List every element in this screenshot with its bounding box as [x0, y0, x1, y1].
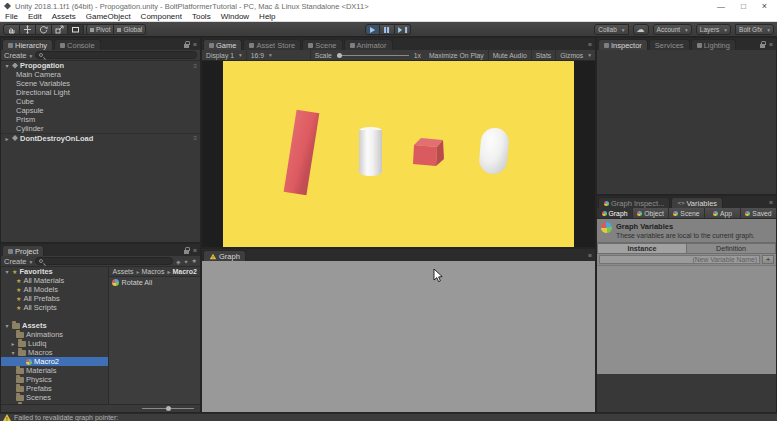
foldout-arrow-icon[interactable] — [10, 340, 16, 347]
rect-tool-button[interactable] — [68, 24, 84, 35]
scope-saved[interactable]: Saved — [741, 208, 776, 218]
scope-scene[interactable]: Scene — [669, 208, 705, 218]
tab-console[interactable]: Console — [54, 39, 101, 50]
scene-row-propogation[interactable]: Propogation — [1, 61, 200, 70]
tab-graph-inspector[interactable]: Graph Inspect... — [598, 197, 670, 208]
scene-row-dontdestroyonload[interactable]: DontDestroyOnLoad — [1, 133, 200, 142]
gizmos-dropdown[interactable]: Gizmos — [556, 50, 595, 60]
menu-window[interactable]: Window — [216, 12, 254, 21]
foldout-arrow-icon[interactable] — [4, 135, 10, 142]
menu-help[interactable]: Help — [254, 12, 280, 21]
hierarchy-create-button[interactable]: Create — [4, 51, 32, 60]
hierarchy-item-directional-light[interactable]: Directional Light — [1, 88, 200, 97]
tab-inspector[interactable]: Inspector — [598, 39, 648, 50]
tab-animator[interactable]: Animator — [344, 39, 393, 50]
tab-asset-store[interactable]: Asset Store — [243, 39, 301, 50]
pivot-toggle-button[interactable]: Pivot — [86, 24, 114, 35]
minimize-button[interactable] — [717, 2, 725, 11]
scope-app[interactable]: App — [705, 208, 741, 218]
search-by-type-icon[interactable]: ◈ — [176, 258, 181, 265]
foldout-arrow-icon[interactable] — [4, 62, 10, 69]
hierarchy-search-input[interactable] — [35, 51, 197, 59]
hand-tool-button[interactable] — [3, 24, 20, 35]
asset-rotate-all[interactable]: Rotate All — [109, 277, 200, 287]
assets-root[interactable]: Assets — [1, 321, 108, 330]
asset-macro2-selected[interactable]: Macro2 — [1, 357, 108, 366]
foldout-arrow-icon[interactable] — [10, 349, 16, 356]
scale-tool-button[interactable] — [52, 24, 68, 35]
lock-icon[interactable] — [184, 250, 189, 254]
layers-dropdown[interactable]: Layers — [696, 24, 731, 35]
add-variable-button[interactable]: + — [762, 255, 774, 264]
move-tool-button[interactable] — [20, 24, 36, 35]
maximize-button[interactable] — [741, 2, 746, 11]
play-button[interactable] — [365, 24, 380, 35]
panel-menu-icon[interactable] — [588, 252, 592, 259]
scene-menu-icon[interactable] — [193, 135, 200, 141]
game-viewport[interactable] — [202, 61, 595, 247]
tab-lighting[interactable]: Lighting — [691, 39, 736, 50]
hierarchy-item-scene-variables[interactable]: Scene Variables — [1, 79, 200, 88]
folder-ludiq[interactable]: Ludiq — [1, 339, 108, 348]
favorite-all-materials[interactable]: All Materials — [1, 276, 108, 285]
tab-services[interactable]: Services — [649, 39, 690, 50]
foldout-arrow-icon[interactable] — [4, 322, 10, 329]
menu-assets[interactable]: Assets — [47, 12, 81, 21]
panel-menu-icon[interactable] — [769, 199, 773, 206]
hierarchy-item-main-camera[interactable]: Main Camera — [1, 70, 200, 79]
tab-hierarchy[interactable]: Hierarchy — [2, 39, 53, 50]
cloud-button[interactable] — [633, 24, 649, 35]
mute-audio-toggle[interactable]: Mute Audio — [489, 50, 532, 60]
breadcrumb-macros[interactable]: Macros — [135, 268, 165, 275]
stats-toggle[interactable]: Stats — [532, 50, 557, 60]
global-toggle-button[interactable]: Global — [114, 24, 146, 35]
folder-animations[interactable]: Animations — [1, 330, 108, 339]
panel-menu-icon[interactable] — [193, 247, 197, 254]
close-button[interactable] — [762, 1, 767, 11]
new-variable-input[interactable] — [599, 255, 760, 264]
foldout-arrow-icon[interactable] — [4, 268, 10, 275]
hierarchy-item-prism[interactable]: Prism — [1, 115, 200, 124]
folder-physics[interactable]: Physics — [1, 375, 108, 384]
menu-tools[interactable]: Tools — [187, 12, 216, 21]
tab-graph[interactable]: Graph — [203, 250, 246, 261]
favorite-all-models[interactable]: All Models — [1, 285, 108, 294]
favorite-all-prefabs[interactable]: All Prefabs — [1, 294, 108, 303]
zoom-slider-knob[interactable] — [166, 406, 171, 411]
tab-game[interactable]: Game — [203, 39, 242, 50]
panel-menu-icon[interactable] — [588, 41, 592, 48]
breadcrumb-macro2[interactable]: Macro2 — [165, 268, 197, 275]
scene-menu-icon[interactable] — [193, 63, 200, 69]
rotate-tool-button[interactable] — [36, 24, 52, 35]
hierarchy-item-cylinder[interactable]: Cylinder — [1, 124, 200, 133]
scale-slider[interactable]: Scale 1x — [311, 50, 425, 60]
scope-graph[interactable]: Graph — [597, 208, 633, 218]
folder-macros[interactable]: Macros — [1, 348, 108, 357]
hierarchy-item-cube[interactable]: Cube — [1, 97, 200, 106]
project-search-input[interactable] — [35, 257, 173, 265]
project-create-button[interactable]: Create — [4, 257, 32, 266]
tab-definition[interactable]: Definition — [687, 243, 776, 254]
panel-menu-icon[interactable] — [769, 41, 773, 48]
step-button[interactable] — [395, 24, 411, 35]
folder-materials[interactable]: Materials — [1, 366, 108, 375]
search-by-label-icon[interactable]: ✦ — [184, 258, 189, 265]
tab-instance[interactable]: Instance — [597, 243, 687, 254]
aspect-ratio-dropdown[interactable]: 16:9 — [247, 50, 311, 60]
scale-slider-knob[interactable] — [337, 53, 342, 58]
collab-dropdown[interactable]: Collab — [594, 24, 628, 35]
lock-icon[interactable] — [184, 44, 189, 48]
hierarchy-item-capsule[interactable]: Capsule — [1, 106, 200, 115]
folder-prefabs[interactable]: Prefabs — [1, 384, 108, 393]
tab-scene[interactable]: Scene — [302, 39, 342, 50]
favorites-root[interactable]: Favorites — [1, 267, 108, 276]
thumbnail-zoom-slider[interactable] — [142, 408, 194, 409]
folder-scenes[interactable]: Scenes — [1, 393, 108, 402]
tab-variables[interactable]: <> Variables — [671, 197, 723, 208]
panel-menu-icon[interactable] — [193, 41, 197, 48]
graph-canvas[interactable] — [202, 261, 595, 412]
breadcrumb-assets[interactable]: Assets — [112, 268, 133, 275]
menu-gameobject[interactable]: GameObject — [81, 12, 136, 21]
tab-project[interactable]: Project — [2, 245, 44, 256]
display-dropdown[interactable]: Display 1 — [202, 50, 247, 60]
